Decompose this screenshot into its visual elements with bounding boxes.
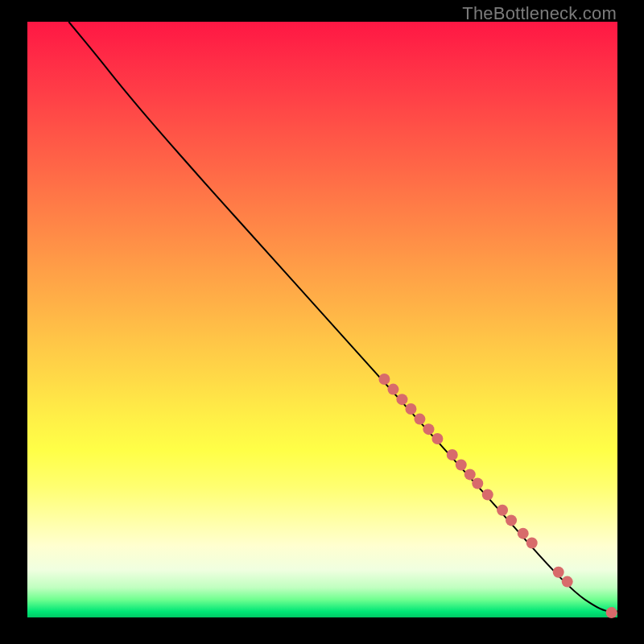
data-point [506, 514, 517, 526]
data-points-group [378, 374, 617, 618]
data-point [414, 414, 425, 425]
bottleneck-curve [68, 22, 617, 612]
data-point [464, 469, 476, 480]
data-point [606, 607, 617, 618]
data-point [396, 394, 407, 405]
chart-frame: TheBottleneck.com [0, 0, 644, 644]
data-point [423, 423, 434, 435]
data-point [482, 489, 493, 501]
data-point [431, 433, 443, 444]
data-point [497, 505, 508, 516]
chart-svg [27, 22, 617, 617]
data-point [387, 384, 398, 395]
data-point [553, 567, 564, 578]
data-point [526, 538, 538, 549]
data-point [456, 460, 467, 471]
data-point [472, 478, 483, 489]
data-point [562, 576, 573, 588]
data-point [405, 403, 416, 415]
data-point [447, 449, 458, 460]
data-point [378, 374, 390, 385]
data-point [518, 528, 529, 539]
